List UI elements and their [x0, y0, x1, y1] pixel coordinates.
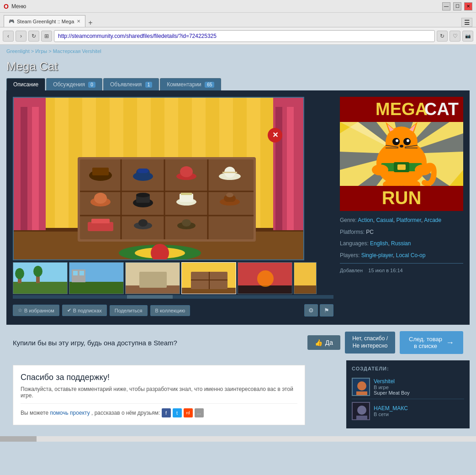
breadcrumb-workshop[interactable]: Мастерская Vershitel — [53, 48, 101, 54]
thumbnail-scrollbar[interactable] — [13, 295, 333, 299]
vote-yes-button[interactable]: 👍 Да — [307, 335, 340, 350]
creators-title: СОЗДАТЕЛИ: — [352, 366, 464, 371]
svg-text:✕: ✕ — [272, 131, 278, 139]
svg-rect-68 — [69, 282, 124, 294]
other-share-icon[interactable]: … — [195, 408, 204, 417]
next-item-button[interactable]: След. товар в списке → — [400, 331, 463, 354]
close-button[interactable]: ✕ — [464, 2, 472, 11]
svg-point-134 — [357, 406, 366, 415]
tab-menu-button[interactable]: ☰ — [461, 18, 472, 27]
vote-section: Купили бы вы эту игру, будь она доступна… — [6, 325, 470, 360]
platforms-label: Platforms: — [340, 229, 365, 235]
svg-rect-38 — [222, 172, 237, 173]
vote-no-button[interactable]: Нет, спасибо / Не интересно — [345, 332, 395, 353]
flag-button[interactable]: ⚑ — [320, 304, 333, 317]
reload-button[interactable]: ↻ — [28, 31, 39, 42]
tab-description[interactable]: Описание — [6, 78, 45, 90]
svg-rect-30 — [92, 168, 109, 175]
minimize-button[interactable]: — — [442, 2, 450, 11]
svg-rect-21 — [287, 107, 294, 230]
share-button[interactable]: Поделиться — [110, 305, 148, 316]
refresh-button[interactable]: ↻ — [437, 31, 448, 42]
mode-coop[interactable]: Local Co-op — [396, 252, 426, 259]
thumbnail-6[interactable] — [294, 262, 317, 294]
bottom-row: Спасибо за поддержку! Пожалуйста, оставь… — [0, 360, 476, 436]
scrollbar-thumb — [0, 436, 37, 442]
thumbnails-row — [13, 262, 333, 295]
tab-close-icon[interactable]: ✕ — [77, 19, 80, 24]
svg-rect-62 — [13, 282, 68, 294]
tab-bar: 🎮 Steam Greenlight :: Mega ✕ + ☰ — [0, 13, 476, 27]
mode-singleplayer[interactable]: Single-player — [361, 252, 393, 259]
svg-rect-33 — [138, 169, 148, 173]
new-tab-button[interactable]: + — [85, 19, 95, 27]
genre-platformer[interactable]: Platformer — [396, 217, 421, 223]
facebook-icon[interactable]: f — [162, 408, 171, 417]
help-project-link[interactable]: помочь проекту — [50, 410, 90, 416]
thumbnail-4[interactable] — [181, 262, 236, 294]
url-input[interactable] — [54, 30, 435, 42]
creator-item-2[interactable]: НАЕМ_МАКС В сети — [352, 399, 464, 423]
comments-badge: 65 — [205, 82, 214, 88]
announcements-badge: 1 — [145, 82, 153, 88]
creator-status-2: В сети — [374, 412, 408, 417]
tab-announcements[interactable]: Объявления 1 — [103, 78, 159, 90]
reddit-icon[interactable]: rd — [184, 408, 193, 417]
tab-discussions[interactable]: Обсуждения 0 — [46, 78, 102, 90]
creators-box: СОЗДАТЕЛИ: Vershitel В игре Super Meat B… — [346, 360, 470, 428]
players-label: Players: — [340, 252, 360, 259]
forward-button[interactable]: › — [16, 31, 26, 42]
grid-button[interactable]: ⊞ — [41, 31, 52, 42]
main-content: ✕ — [6, 90, 470, 325]
creator-game-1: Super Meat Boy — [374, 390, 410, 396]
creator-name-1: Vershitel — [374, 378, 410, 385]
svg-point-64 — [15, 268, 24, 279]
svg-rect-74 — [139, 272, 167, 288]
creator-item-1[interactable]: Vershitel В игре Super Meat Boy — [352, 375, 464, 399]
main-image[interactable]: ✕ — [13, 97, 304, 260]
left-column: ✕ — [13, 97, 333, 318]
browser-tab[interactable]: 🎮 Steam Greenlight :: Mega ✕ — [4, 15, 85, 27]
collection-button[interactable]: В коллекцию — [150, 305, 190, 316]
page-title: Mega Cat — [0, 58, 476, 78]
creator-avatar-2 — [352, 402, 370, 420]
svg-point-35 — [180, 166, 193, 177]
genre-value: Action, Casual, Platformer, Arcade — [358, 217, 441, 223]
breadcrumb-greenlight[interactable]: Greenlight — [6, 48, 30, 54]
snapshot-button[interactable]: 📷 — [462, 31, 473, 42]
subscribe-button[interactable]: ✔ В подписках — [62, 305, 107, 316]
svg-rect-20 — [275, 107, 282, 230]
maximize-button[interactable]: ☐ — [453, 2, 461, 11]
thumbnail-2[interactable] — [69, 262, 124, 294]
settings-button[interactable]: ⚙ — [304, 304, 318, 317]
genre-casual[interactable]: Casual — [376, 217, 393, 223]
svg-point-49 — [226, 193, 233, 197]
browser-icon: O — [4, 3, 9, 10]
heart-button[interactable]: ♡ — [450, 31, 460, 42]
svg-rect-132 — [356, 391, 367, 396]
window-controls: — ☐ ✕ — [442, 2, 472, 11]
thumbnail-5[interactable] — [238, 262, 292, 294]
tab-comments[interactable]: Комментарии 65 — [160, 78, 221, 90]
genre-arcade[interactable]: Arcade — [424, 217, 441, 223]
lang-english[interactable]: English — [370, 240, 388, 247]
svg-point-40 — [94, 193, 107, 204]
thumbnail-1[interactable] — [13, 262, 68, 294]
back-button[interactable]: ‹ — [3, 31, 14, 42]
languages-label: Languages: — [340, 240, 369, 247]
favorite-button[interactable]: ☆ В избранном — [13, 305, 59, 316]
svg-point-66 — [33, 266, 42, 277]
svg-point-82 — [257, 270, 274, 287]
discussions-badge: 0 — [88, 82, 95, 88]
right-column: MEGA CAT — [340, 97, 463, 318]
svg-rect-46 — [181, 193, 192, 195]
bottom-scrollbar[interactable] — [0, 436, 476, 442]
vote-question: Купили бы вы эту игру, будь она доступна… — [13, 339, 303, 347]
breadcrumb-games[interactable]: Игры — [35, 48, 47, 54]
thumbnail-3[interactable] — [125, 262, 180, 294]
lang-russian[interactable]: Russian — [391, 240, 411, 247]
svg-point-131 — [357, 381, 366, 391]
genre-action[interactable]: Action — [358, 217, 373, 223]
social-icons: f t rd … — [162, 408, 204, 417]
twitter-icon[interactable]: t — [173, 408, 182, 417]
